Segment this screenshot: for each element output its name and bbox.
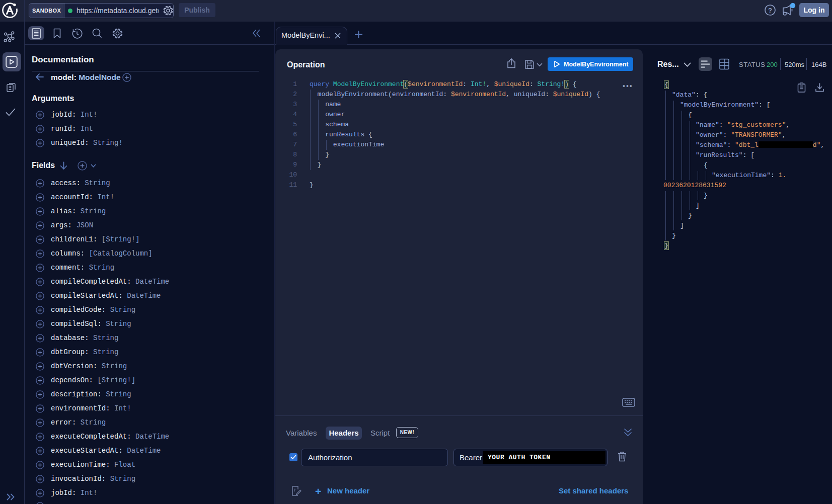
svg-text:?: ? [768,7,772,14]
